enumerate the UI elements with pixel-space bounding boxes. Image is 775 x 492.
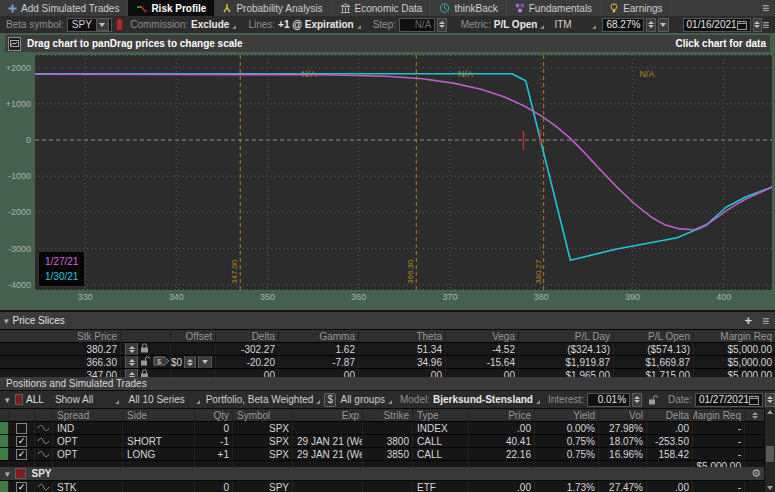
slice-stepper[interactable] xyxy=(125,356,138,368)
x-axis-tick-label: 340 xyxy=(169,292,184,302)
cell-margin: - xyxy=(692,435,744,447)
groups-dropdown[interactable]: All groups xyxy=(340,394,391,405)
price-slice-row[interactable]: 366.30$$0-20.20-7.8734.96-15.64$1,919.87… xyxy=(0,356,775,369)
price-slices-column-Gamma[interactable]: Gamma xyxy=(278,330,358,342)
sort-icons[interactable] xyxy=(744,409,765,421)
expiration-date-input[interactable]: 01/16/2021 xyxy=(683,18,751,32)
interest-input[interactable]: 0.01% xyxy=(587,393,630,407)
tab-add-simulated-trades[interactable]: Add Simulated Trades xyxy=(0,0,128,16)
tab-earnings[interactable]: Earnings xyxy=(601,0,671,16)
series-dropdown[interactable]: All 10 Series xyxy=(129,394,200,405)
price-slices-column-Stk Price[interactable]: Stk Price xyxy=(0,330,120,342)
collapse-chevron-icon[interactable]: ▾ xyxy=(4,316,9,326)
tabbar-menu-icon[interactable]: ≡ xyxy=(762,3,769,13)
interest-stepper[interactable] xyxy=(632,393,642,407)
price-slices-column-P/L Open[interactable]: P/L Open xyxy=(613,330,693,342)
portfolio-dropdown[interactable]: Portfolio, Beta Weighted xyxy=(206,394,321,405)
scroll-up-icon[interactable] xyxy=(765,408,775,416)
price-slices-column-Offset[interactable]: Offset xyxy=(170,330,215,342)
spy-position-row[interactable]: STK0SPYETF.001.73%27.47%.00- xyxy=(0,481,765,492)
positions-date-stepper[interactable] xyxy=(765,393,775,407)
calendar-icon[interactable] xyxy=(749,395,759,405)
spy-group-checkbox[interactable] xyxy=(15,468,26,479)
positions-column-side[interactable]: Side xyxy=(122,409,194,421)
settings-menu-icon[interactable]: ≡ xyxy=(762,20,769,30)
positions-column-yield[interactable]: Yield xyxy=(534,409,598,421)
all-positions-checkbox[interactable] xyxy=(15,394,24,405)
cell-side: LONG xyxy=(122,448,194,460)
probability-dropdown-button[interactable] xyxy=(658,18,669,32)
row-checkbox[interactable] xyxy=(16,482,27,492)
tab-risk-profile[interactable]: Risk Profile xyxy=(128,0,214,16)
positions-collapse-chevron-icon[interactable]: ▾ xyxy=(5,395,10,405)
calendar-icon[interactable] xyxy=(737,20,747,30)
positions-column-vol[interactable]: Vol xyxy=(598,409,646,421)
positions-column-qty[interactable]: Qty xyxy=(194,409,232,421)
price-slices-column-controls[interactable] xyxy=(120,330,170,342)
date-label: Date: xyxy=(668,394,692,405)
tab-thinkback[interactable]: thinkBack xyxy=(431,0,506,16)
positions-column-spread[interactable]: Spread xyxy=(52,409,122,421)
probability-stepper[interactable] xyxy=(646,18,655,32)
unlock-icon[interactable] xyxy=(140,356,151,368)
chevron-down-icon[interactable] xyxy=(96,18,109,31)
pl-graph[interactable]: 347.00366.30380.27N/AN/AN/A xyxy=(35,55,772,290)
all-label: ALL xyxy=(26,394,44,405)
tab-economic-data[interactable]: Economic Data xyxy=(332,0,432,16)
positions-column-delta[interactable]: Delta xyxy=(646,409,692,421)
positions-column-symbol[interactable]: Symbol xyxy=(232,409,292,421)
spy-collapse-chevron-icon[interactable]: ▾ xyxy=(5,469,10,479)
price-slices-column-P/L Day[interactable]: P/L Day xyxy=(518,330,613,342)
positions-scrollbar[interactable] xyxy=(764,408,775,492)
positions-date-input[interactable]: 01/27/2021 xyxy=(695,393,763,407)
position-row[interactable]: OPTSHORT-1SPX29 JAN 21 (Wee...3800CALL40… xyxy=(0,435,765,448)
offset-stepper[interactable] xyxy=(184,356,196,368)
metric-dropdown[interactable]: P/L Open xyxy=(494,19,545,30)
model-dropdown[interactable]: Bjerksund-Stensland xyxy=(433,394,540,405)
scrollbar-thumb[interactable] xyxy=(766,446,774,462)
scroll-down-icon[interactable] xyxy=(765,484,775,492)
add-slice-icon[interactable]: + xyxy=(744,316,752,326)
positions-column-strike[interactable]: Strike xyxy=(362,409,412,421)
beta-weight-symbol-button[interactable]: $ xyxy=(324,393,336,407)
date-stepper[interactable] xyxy=(753,18,762,32)
slice-stepper[interactable] xyxy=(125,343,138,355)
price-slices-column-Vega[interactable]: Vega xyxy=(445,330,518,342)
position-row[interactable]: OPTLONG+1SPX29 JAN 21 (Wee...3850CALL22.… xyxy=(0,448,765,461)
tab-fundamentals[interactable]: Fundamentals xyxy=(507,0,601,16)
lock-icon[interactable] xyxy=(140,343,149,355)
row-checkbox[interactable] xyxy=(16,436,27,447)
dollar-badge-icon[interactable]: $ xyxy=(153,356,170,368)
lines-dropdown[interactable]: +1 @ Expiration xyxy=(278,19,361,30)
position-row[interactable]: IND0SPXINDEX.000.00%27.98%.00- xyxy=(0,422,765,435)
gear-icon[interactable]: ⚙ xyxy=(751,468,761,479)
beta-warning-icon[interactable] xyxy=(116,18,123,31)
show-all-dropdown[interactable]: Show All xyxy=(55,394,119,405)
cell-vol: 18.07% xyxy=(598,435,646,447)
itm-dropdown[interactable]: ITM xyxy=(554,19,596,30)
slices-menu-icon[interactable]: ≡ xyxy=(762,316,769,326)
tab-probability-analysis[interactable]: Probability Analysis xyxy=(214,0,331,16)
step-stepper[interactable] xyxy=(437,18,446,32)
chart-thumbnail-icon[interactable] xyxy=(8,37,21,51)
price-slices-column-Margin Req[interactable]: Margin Req xyxy=(693,330,775,342)
offset-dropdown-button[interactable] xyxy=(198,356,212,368)
unlock-icon[interactable] xyxy=(648,395,659,405)
positions-column-price[interactable]: Price xyxy=(468,409,534,421)
cell-strike: 3800 xyxy=(362,435,412,447)
positions-column-type[interactable]: Type xyxy=(412,409,468,421)
price-slices-column-Delta[interactable]: Delta xyxy=(215,330,278,342)
row-checkbox[interactable] xyxy=(16,423,27,434)
positions-column-margin-req[interactable]: Margin Req xyxy=(692,409,744,421)
row-checkbox[interactable] xyxy=(16,449,27,460)
step-input[interactable]: N/A xyxy=(399,18,435,32)
probability-input[interactable]: 68.27% xyxy=(602,18,644,32)
price-slice-row[interactable]: 380.27-302.271.6251.34-4.52($324.13)($57… xyxy=(0,343,775,356)
cell-delta: 158.42 xyxy=(646,448,692,460)
price-slices-column-Theta[interactable]: Theta xyxy=(358,330,445,342)
beta-symbol-select[interactable]: SPY xyxy=(67,18,112,32)
positions-column-exp[interactable]: Exp xyxy=(292,409,362,421)
lines-label: Lines: xyxy=(248,19,275,30)
commission-dropdown[interactable]: Exclude xyxy=(191,19,236,30)
plot-area[interactable]: 347.00366.30380.27N/AN/AN/A 1/27/211/30/… xyxy=(35,55,772,290)
